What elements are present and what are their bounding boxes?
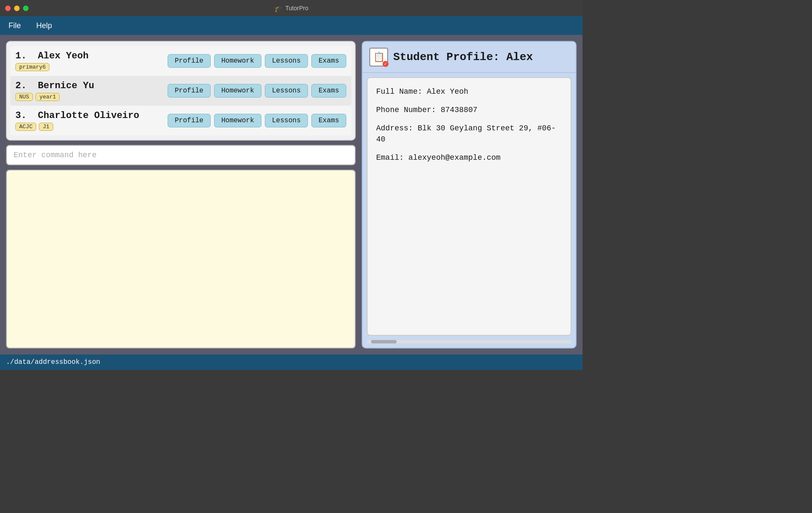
output-area: [6, 170, 356, 349]
student-row: 2. Bernice Yu NUS year1 Profile Homework…: [10, 76, 351, 106]
profile-icon-symbol: 📋: [373, 52, 385, 63]
command-input[interactable]: [6, 145, 356, 165]
student-row: 3. Charlotte Oliveiro ACJC J1 Profile Ho…: [10, 106, 351, 135]
profile-panel: 📋 ✓ Student Profile: Alex Full Name: Ale…: [362, 41, 577, 349]
student-tag: J1: [39, 123, 53, 131]
menubar: File Help: [0, 16, 583, 35]
student-info-1: 1. Alex Yeoh primary6: [15, 51, 168, 71]
statusbar: ./data/addressbook.json: [0, 354, 583, 370]
student-name-1: 1. Alex Yeoh: [15, 51, 168, 61]
student-actions-2: Profile Homework Lessons Exams: [168, 84, 346, 98]
profile-title: Student Profile: Alex: [393, 51, 533, 63]
minimize-button[interactable]: [14, 6, 20, 11]
profile-scrollbar-thumb: [371, 340, 397, 343]
app-icon: 🎓: [274, 4, 283, 12]
window-controls: [5, 6, 29, 11]
menu-help[interactable]: Help: [33, 20, 55, 32]
student-name-2: 2. Bernice Yu: [15, 81, 168, 91]
profile-phone: Phone Number: 87438807: [376, 105, 562, 115]
student-2-profile-button[interactable]: Profile: [168, 84, 211, 98]
profile-header: 📋 ✓ Student Profile: Alex: [362, 42, 576, 73]
profile-badge: ✓: [383, 61, 389, 67]
profile-address: Address: Blk 30 Geylang Street 29, #06-4…: [376, 123, 562, 144]
student-2-homework-button[interactable]: Homework: [214, 84, 261, 98]
student-list: 1. Alex Yeoh primary6 Profile Homework L…: [6, 41, 356, 141]
student-3-homework-button[interactable]: Homework: [214, 114, 261, 127]
profile-icon: 📋 ✓: [369, 48, 388, 66]
student-2-lessons-button[interactable]: Lessons: [265, 84, 308, 98]
student-3-lessons-button[interactable]: Lessons: [265, 114, 308, 127]
profile-body: Full Name: Alex Yeoh Phone Number: 87438…: [367, 77, 571, 336]
statusbar-text: ./data/addressbook.json: [6, 358, 100, 366]
maximize-button[interactable]: [23, 6, 29, 11]
student-2-exams-button[interactable]: Exams: [311, 84, 346, 98]
student-tag: primary6: [15, 63, 49, 71]
close-button[interactable]: [5, 6, 11, 11]
student-tags-3: ACJC J1: [15, 123, 168, 131]
profile-scrollbar[interactable]: [367, 340, 571, 343]
student-3-profile-button[interactable]: Profile: [168, 114, 211, 127]
left-panel: 1. Alex Yeoh primary6 Profile Homework L…: [6, 41, 356, 349]
student-tags-1: primary6: [15, 63, 168, 71]
titlebar: 🎓 TutorPro: [0, 0, 583, 16]
student-tag: ACJC: [15, 123, 36, 131]
profile-fullname: Full Name: Alex Yeoh: [376, 86, 562, 97]
right-panel: 📋 ✓ Student Profile: Alex Full Name: Ale…: [362, 41, 577, 349]
student-name-3: 3. Charlotte Oliveiro: [15, 110, 168, 121]
student-1-lessons-button[interactable]: Lessons: [265, 54, 308, 68]
student-3-exams-button[interactable]: Exams: [311, 114, 346, 127]
student-tag: NUS: [15, 93, 33, 101]
student-actions-1: Profile Homework Lessons Exams: [168, 54, 346, 68]
student-1-exams-button[interactable]: Exams: [311, 54, 346, 68]
app-title: 🎓 TutorPro: [274, 4, 308, 12]
student-tag: year1: [35, 93, 60, 101]
student-1-profile-button[interactable]: Profile: [168, 54, 211, 68]
student-tags-2: NUS year1: [15, 93, 168, 101]
menu-file[interactable]: File: [5, 20, 24, 32]
student-row: 1. Alex Yeoh primary6 Profile Homework L…: [10, 46, 351, 76]
student-1-homework-button[interactable]: Homework: [214, 54, 261, 68]
profile-email: Email: alexyeoh@example.com: [376, 153, 562, 163]
student-info-3: 3. Charlotte Oliveiro ACJC J1: [15, 110, 168, 131]
main-content: 1. Alex Yeoh primary6 Profile Homework L…: [0, 35, 583, 354]
student-actions-3: Profile Homework Lessons Exams: [168, 114, 346, 127]
student-info-2: 2. Bernice Yu NUS year1: [15, 81, 168, 101]
